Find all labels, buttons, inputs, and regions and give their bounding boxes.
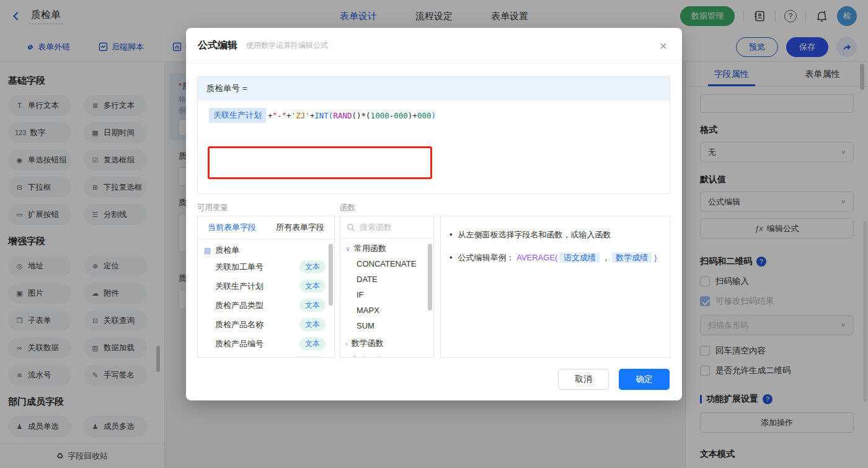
formula-token: + bbox=[286, 111, 291, 120]
variables-panel: 当前表单字段 所有表单字段 ▤ 质检单 关联加工单号文本关联生产计划文本质检产品… bbox=[197, 216, 335, 358]
caret-right-icon: › bbox=[345, 340, 348, 347]
formula-expression[interactable]: 关联生产计划 +"-"+'ZJ'+INT(RAND()*(1000-000)+0… bbox=[206, 105, 439, 125]
formula-token: 000 bbox=[417, 111, 432, 120]
type-badge: 时间戳 bbox=[292, 356, 326, 358]
variable-list: 关联加工单号文本关联生产计划文本质检产品类型文本质检产品名称文本质检产品编号文本… bbox=[198, 257, 334, 358]
form-node[interactable]: ▤ 质检单 bbox=[198, 239, 334, 257]
formula-token: 'ZJ' bbox=[291, 111, 310, 120]
example-chip-1: 语文成绩 bbox=[560, 252, 600, 263]
variable-name: 质检产品编号 bbox=[215, 338, 264, 350]
formula-tokens: +"-"+'ZJ'+INT(RAND()*(1000-000)+000) bbox=[268, 111, 436, 120]
function-item[interactable]: SUM bbox=[340, 318, 433, 333]
variables-label: 可用变量 bbox=[197, 203, 228, 213]
variable-name: 关联生产计划 bbox=[215, 281, 264, 292]
variable-row[interactable]: 关联加工单号文本 bbox=[198, 257, 334, 276]
function-group-name: 文本函数 bbox=[352, 355, 384, 358]
formula-token: ()*( bbox=[352, 111, 371, 120]
hint-line-2: • 公式编辑举例： AVERAGE( 语文成绩 ， 数学成绩 ) bbox=[450, 252, 657, 264]
type-badge: 文本 bbox=[299, 260, 326, 273]
modal-subtitle: 使用数学运算符编辑公式 bbox=[246, 40, 328, 51]
variable-row[interactable]: 质检产品名称文本 bbox=[198, 315, 334, 334]
formula-token: INT( bbox=[314, 111, 333, 120]
example-function-close: ) bbox=[654, 253, 657, 262]
functions-panel: 搜索函数 ∨常用函数CONCATENATEDATEIFMAPXSUM›数学函数›… bbox=[340, 216, 434, 358]
cancel-button[interactable]: 取消 bbox=[558, 369, 609, 390]
type-badge: 文本 bbox=[299, 299, 326, 312]
search-placeholder: 搜索函数 bbox=[360, 222, 392, 233]
formula-editor[interactable]: 质检单号 = 关联生产计划 +"-"+'ZJ'+INT(RAND()*(1000… bbox=[197, 76, 670, 194]
variable-chip[interactable]: 关联生产计划 bbox=[209, 108, 266, 123]
function-group[interactable]: ›数学函数 bbox=[340, 333, 433, 351]
function-item[interactable]: IF bbox=[340, 287, 433, 302]
red-annotation-box bbox=[208, 146, 432, 179]
function-item[interactable]: CONCATENATE bbox=[340, 256, 433, 272]
function-group-name: 常用函数 bbox=[354, 243, 386, 254]
type-badge: 文本 bbox=[299, 337, 326, 350]
formula-target: 质检单号 = bbox=[198, 77, 670, 100]
formula-token: RAND bbox=[333, 111, 352, 120]
variable-name: 质检产品类型 bbox=[215, 300, 264, 311]
type-badge: 文本 bbox=[299, 318, 326, 331]
formula-token: 1000 bbox=[371, 111, 389, 120]
function-tree: ∨常用函数CONCATENATEDATEIFMAPXSUM›数学函数›文本函数 bbox=[340, 239, 433, 358]
function-item[interactable]: MAPX bbox=[340, 302, 433, 318]
hint-panel: • 从左侧面板选择字段名和函数，或输入函数 • 公式编辑举例： AVERAGE(… bbox=[440, 216, 670, 358]
variable-row[interactable]: 质检产品类型文本 bbox=[198, 296, 334, 315]
example-chip-2: 数学成绩 bbox=[612, 252, 652, 263]
close-icon[interactable]: × bbox=[660, 39, 667, 52]
caret-down-icon: ∨ bbox=[345, 245, 350, 253]
formula-token: "-" bbox=[273, 111, 287, 120]
formula-edit-modal: 公式编辑 使用数学运算符编辑公式 × 质检单号 = 关联生产计划 +"-"+'Z… bbox=[186, 28, 682, 400]
form-designer-app: 质检单 表单设计 流程设定 表单设置 数据管理 ? 检 表单外链 bbox=[0, 0, 868, 468]
tab-all-form-fields[interactable]: 所有表单字段 bbox=[266, 222, 334, 233]
function-item[interactable]: DATE bbox=[340, 272, 433, 287]
variables-scrollbar[interactable] bbox=[329, 244, 333, 306]
function-group[interactable]: ∨常用函数 bbox=[340, 239, 433, 256]
variable-row[interactable]: 关联生产计划文本 bbox=[198, 276, 334, 296]
functions-label: 函数 bbox=[340, 203, 355, 213]
variable-name: 质检日期 bbox=[215, 358, 247, 358]
hint-line-1: • 从左侧面板选择字段名和函数，或输入函数 bbox=[450, 229, 657, 241]
example-function-open: AVERAGE( bbox=[516, 253, 557, 262]
type-badge: 文本 bbox=[299, 280, 326, 293]
formula-token: 000 bbox=[394, 111, 408, 120]
confirm-button[interactable]: 确定 bbox=[619, 369, 670, 390]
form-file-icon: ▤ bbox=[204, 246, 211, 255]
tab-current-form-fields[interactable]: 当前表单字段 bbox=[198, 222, 266, 233]
caret-right-icon: › bbox=[345, 357, 348, 358]
search-icon bbox=[347, 223, 355, 232]
formula-token: + bbox=[268, 111, 273, 120]
function-search-input[interactable]: 搜索函数 bbox=[340, 216, 433, 239]
function-group-name: 数学函数 bbox=[352, 338, 384, 349]
functions-scrollbar[interactable] bbox=[428, 244, 432, 311]
variable-name: 质检产品名称 bbox=[215, 319, 264, 330]
variable-row[interactable]: 质检日期时间戳 bbox=[198, 353, 334, 358]
page-scrollbar[interactable] bbox=[863, 222, 867, 402]
formula-token: )+ bbox=[408, 111, 417, 120]
modal-title: 公式编辑 bbox=[198, 39, 237, 52]
variable-name: 关联加工单号 bbox=[215, 262, 264, 273]
variable-row[interactable]: 质检产品编号文本 bbox=[198, 334, 334, 353]
formula-token: ) bbox=[431, 111, 436, 120]
function-group[interactable]: ›文本函数 bbox=[340, 351, 433, 358]
